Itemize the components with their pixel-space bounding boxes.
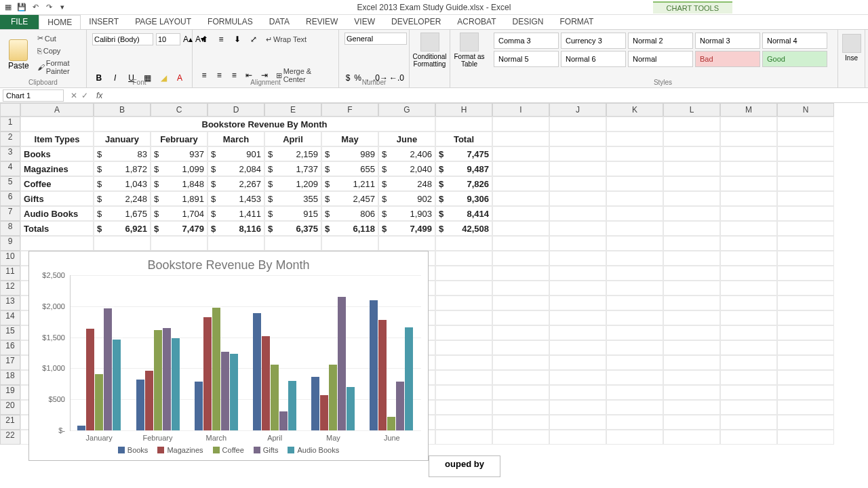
cut-button[interactable]: ✂ Cut	[35, 33, 81, 44]
column-header-K[interactable]: K	[606, 103, 663, 117]
bar-coffee-april[interactable]	[271, 365, 279, 430]
row-header-21[interactable]: 21	[0, 415, 20, 430]
tab-insert[interactable]: INSERT	[81, 15, 127, 29]
row-header-5[interactable]: 5	[0, 176, 20, 191]
row-header-8[interactable]: 8	[0, 221, 20, 236]
cell-style-normal[interactable]: Normal	[628, 51, 693, 67]
legend-gifts[interactable]: Gifts	[254, 446, 279, 454]
bar-audio-books-june[interactable]	[405, 327, 413, 430]
tab-review[interactable]: REVIEW	[298, 15, 346, 29]
font-size-select[interactable]	[156, 33, 180, 45]
bar-audio-books-february[interactable]	[172, 338, 180, 430]
row-header-20[interactable]: 20	[0, 400, 20, 415]
tab-data[interactable]: DATA	[261, 15, 298, 29]
chart-plot-area[interactable]: $-$500$1,000$1,500$2,000$2,500	[70, 275, 421, 431]
bar-coffee-may[interactable]	[329, 365, 337, 430]
bar-books-april[interactable]	[253, 313, 261, 430]
row-header-3[interactable]: 3	[0, 146, 20, 161]
bar-coffee-february[interactable]	[154, 330, 162, 430]
align-bottom-icon[interactable]: ⬇	[231, 33, 244, 46]
conditional-formatting-button[interactable]: Conditional Formatting	[411, 31, 448, 69]
row-header-13[interactable]: 13	[0, 296, 20, 310]
bar-magazines-may[interactable]	[320, 395, 328, 430]
qat-dropdown-icon[interactable]: ▾	[57, 2, 68, 13]
row-header-11[interactable]: 11	[0, 266, 20, 281]
paste-button[interactable]: Paste	[5, 37, 32, 73]
cell-style-normal-4[interactable]: Normal 4	[762, 33, 827, 49]
bar-audio-books-march[interactable]	[230, 354, 238, 430]
row-header-14[interactable]: 14	[0, 310, 20, 325]
bar-gifts-may[interactable]	[338, 297, 346, 430]
number-format-select[interactable]	[344, 33, 407, 45]
column-header-E[interactable]: E	[264, 103, 321, 117]
font-name-select[interactable]	[92, 33, 153, 45]
bar-gifts-june[interactable]	[396, 382, 404, 430]
column-header-N[interactable]: N	[777, 103, 834, 117]
bar-books-may[interactable]	[311, 377, 319, 430]
tab-view[interactable]: VIEW	[346, 15, 383, 29]
column-header-H[interactable]: H	[435, 103, 492, 117]
row-header-15[interactable]: 15	[0, 325, 20, 340]
column-header-M[interactable]: M	[720, 103, 777, 117]
legend-books[interactable]: Books	[118, 446, 149, 454]
align-middle-icon[interactable]: ≡	[214, 33, 228, 46]
cell-style-good[interactable]: Good	[762, 51, 827, 67]
bar-audio-books-january[interactable]	[113, 340, 121, 430]
tab-formulas[interactable]: FORMULAS	[199, 15, 261, 29]
tab-page-layout[interactable]: PAGE LAYOUT	[127, 15, 199, 29]
row-header-18[interactable]: 18	[0, 370, 20, 385]
row-header-17[interactable]: 17	[0, 355, 20, 370]
chart-title[interactable]: Bookstore Revenue By Month	[29, 251, 428, 275]
grow-font-icon[interactable]: A▴	[183, 33, 193, 46]
format-as-table-button[interactable]: Format as Table	[452, 31, 487, 69]
formula-input[interactable]	[106, 89, 868, 102]
name-box[interactable]	[3, 89, 64, 102]
bar-gifts-january[interactable]	[104, 308, 112, 430]
bar-books-june[interactable]	[370, 300, 378, 430]
bar-books-march[interactable]	[195, 382, 203, 430]
copy-button[interactable]: ⎘ Copy	[35, 45, 81, 56]
fx-icon[interactable]: fx	[92, 91, 106, 100]
tab-acrobat[interactable]: ACROBAT	[449, 15, 504, 29]
enter-formula-icon[interactable]: ✓	[81, 91, 88, 100]
row-header-19[interactable]: 19	[0, 385, 20, 400]
column-header-F[interactable]: F	[321, 103, 378, 117]
row-header-16[interactable]: 16	[0, 340, 20, 355]
insert-button[interactable]: Inse	[844, 33, 859, 63]
column-header-L[interactable]: L	[663, 103, 720, 117]
row-header-1[interactable]: 1	[0, 117, 20, 131]
row-header-7[interactable]: 7	[0, 206, 20, 221]
row-header-10[interactable]: 10	[0, 251, 20, 266]
redo-icon[interactable]: ↷	[43, 2, 54, 13]
column-header-C[interactable]: C	[151, 103, 208, 117]
column-header-A[interactable]: A	[20, 103, 94, 117]
cell-style-comma-3[interactable]: Comma 3	[494, 33, 559, 49]
cell-style-bad[interactable]: Bad	[695, 51, 760, 67]
bar-magazines-march[interactable]	[203, 317, 212, 430]
bar-books-january[interactable]	[77, 426, 85, 430]
bar-audio-books-april[interactable]	[288, 381, 296, 430]
bar-magazines-february[interactable]	[145, 371, 153, 430]
cell-style-currency-3[interactable]: Currency 3	[561, 33, 626, 49]
bar-audio-books-may[interactable]	[347, 387, 355, 430]
bar-coffee-june[interactable]	[387, 417, 395, 430]
bar-magazines-january[interactable]	[86, 329, 94, 430]
tab-design[interactable]: DESIGN	[504, 15, 551, 29]
legend-coffee[interactable]: Coffee	[213, 446, 244, 454]
cancel-formula-icon[interactable]: ✕	[71, 91, 77, 100]
cell-style-normal-2[interactable]: Normal 2	[628, 33, 693, 49]
row-header-12[interactable]: 12	[0, 281, 20, 296]
bar-gifts-april[interactable]	[279, 411, 288, 430]
column-header-I[interactable]: I	[492, 103, 549, 117]
select-all-corner[interactable]	[0, 103, 20, 117]
bar-coffee-january[interactable]	[95, 374, 103, 430]
chart-legend[interactable]: BooksMagazinesCoffeeGiftsAudio Books	[29, 442, 428, 454]
bar-books-february[interactable]	[136, 380, 144, 430]
cell-style-normal-6[interactable]: Normal 6	[561, 51, 626, 67]
tab-developer[interactable]: DEVELOPER	[383, 15, 449, 29]
row-header-2[interactable]: 2	[0, 131, 20, 146]
save-icon[interactable]: 💾	[16, 2, 27, 13]
excel-icon[interactable]: ▦	[3, 2, 14, 13]
column-header-D[interactable]: D	[208, 103, 264, 117]
column-header-B[interactable]: B	[94, 103, 151, 117]
